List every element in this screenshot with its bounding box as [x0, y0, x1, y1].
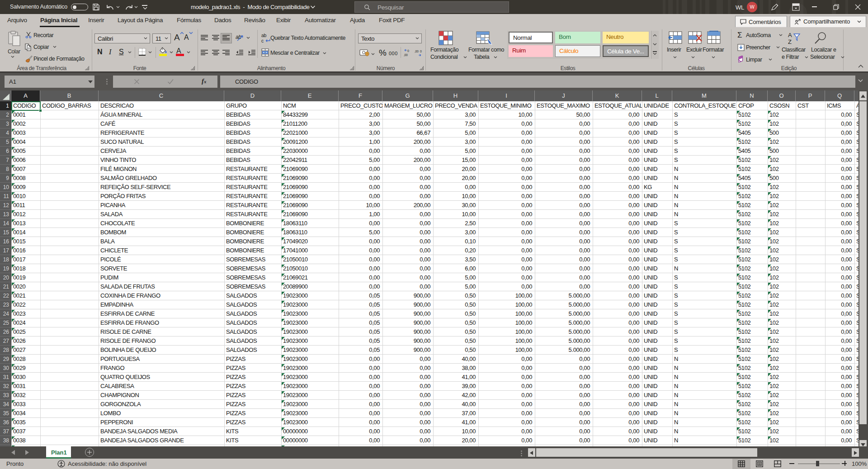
svg-text:A: A: [788, 32, 792, 38]
svg-text:,00: ,00: [415, 50, 419, 53]
svg-text:0: 0: [420, 50, 422, 53]
svg-text:,00: ,00: [404, 53, 408, 57]
svg-text:0: 0: [407, 49, 409, 52]
svg-text:Z: Z: [788, 38, 792, 44]
